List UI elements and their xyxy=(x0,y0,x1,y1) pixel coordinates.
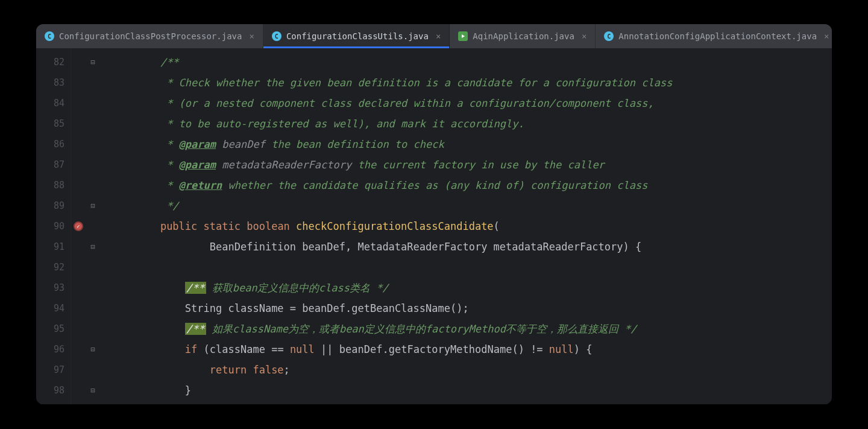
close-icon[interactable]: × xyxy=(822,31,831,41)
breakpoint-slot[interactable] xyxy=(71,52,86,72)
tab-label: ConfigurationClassUtils.java xyxy=(286,31,429,41)
code-line[interactable]: * @param beanDef the bean definition to … xyxy=(111,134,832,154)
fold-slot[interactable]: ⊟ xyxy=(86,195,100,216)
fold-slot[interactable] xyxy=(86,154,100,175)
code-line[interactable] xyxy=(111,257,832,278)
tab-annotationconfigapplicationcontext-java[interactable]: CAnnotationConfigApplicationContext.java… xyxy=(596,24,832,48)
fold-slot[interactable]: ⊟ xyxy=(86,237,100,257)
fold-gutter[interactable]: ⊟⊟⊟⊟⊟ xyxy=(86,48,100,404)
token-brace: { xyxy=(586,343,592,355)
tab-aqinapplication-java[interactable]: AqinApplication.java× xyxy=(450,24,596,48)
code-area[interactable]: /** * Check whether the given bean defin… xyxy=(100,48,832,404)
code-line[interactable]: * to be auto-registered as well), and ma… xyxy=(111,113,832,134)
tab-configurationclassutils-java[interactable]: CConfigurationClassUtils.java× xyxy=(263,24,450,48)
tab-configurationclasspostprocessor-java[interactable]: CConfigurationClassPostProcessor.java× xyxy=(36,24,263,48)
token-comment: * xyxy=(160,159,179,171)
token-comment: whether the candidate qualifies as (any … xyxy=(222,179,647,191)
fold-toggle-icon[interactable]: ⊟ xyxy=(90,58,95,66)
code-line[interactable]: return false; xyxy=(111,360,832,380)
token-brace: { xyxy=(635,241,641,253)
breakpoint-slot[interactable] xyxy=(71,380,86,401)
token-punct: ( xyxy=(494,220,500,232)
breakpoint-slot[interactable] xyxy=(71,237,86,257)
fold-slot[interactable] xyxy=(86,319,100,339)
fold-toggle-icon[interactable]: ⊟ xyxy=(90,243,95,251)
close-icon[interactable]: × xyxy=(433,31,443,41)
fold-slot[interactable] xyxy=(86,298,100,319)
code-line[interactable]: String className = beanDef.getBeanClassN… xyxy=(111,298,832,319)
token-comment: /** xyxy=(160,56,179,68)
fold-slot[interactable] xyxy=(86,278,100,298)
fold-slot[interactable] xyxy=(86,134,100,154)
line-number: 85 xyxy=(36,113,64,134)
token-docstart: /** xyxy=(185,323,206,335)
breakpoint-slot[interactable] xyxy=(71,360,86,380)
token-comment: * to be auto-registered as well), and ma… xyxy=(160,118,524,130)
line-number: 92 xyxy=(36,257,64,278)
breakpoint-icon[interactable] xyxy=(74,221,83,231)
token-comment: the current factory in use by the caller xyxy=(351,159,605,171)
breakpoint-slot[interactable] xyxy=(71,278,86,298)
breakpoint-slot[interactable] xyxy=(71,195,86,216)
token-punct: . xyxy=(345,302,351,314)
code-line[interactable]: BeanDefinition beanDef, MetadataReaderFa… xyxy=(111,237,832,257)
line-number: 84 xyxy=(36,93,64,113)
breakpoint-slot[interactable] xyxy=(71,113,86,134)
code-line[interactable]: /** xyxy=(111,52,832,72)
token-punct: = xyxy=(284,302,303,314)
close-icon[interactable]: × xyxy=(247,31,256,41)
fold-toggle-icon[interactable]: ⊟ xyxy=(90,345,95,354)
code-line[interactable]: */ xyxy=(111,195,832,216)
fold-slot[interactable] xyxy=(86,360,100,380)
token-type: className xyxy=(228,302,283,314)
code-line[interactable]: /** 如果className为空，或者bean定义信息中的factoryMet… xyxy=(111,319,832,339)
breakpoint-slot[interactable] xyxy=(71,257,86,278)
token-comment-zh: 获取bean定义信息中的class类名 */ xyxy=(206,282,389,294)
breakpoint-slot[interactable] xyxy=(71,339,86,360)
code-line[interactable]: public static boolean checkConfiguration… xyxy=(111,216,832,237)
fold-slot[interactable] xyxy=(86,93,100,113)
code-line[interactable]: if (className == null || beanDef.getFact… xyxy=(111,339,832,360)
class-file-icon: C xyxy=(45,31,54,41)
code-line[interactable]: * (or a nested component class declared … xyxy=(111,93,832,113)
breakpoint-slot[interactable] xyxy=(71,93,86,113)
token-punct: (); xyxy=(450,302,469,314)
fold-toggle-icon[interactable]: ⊟ xyxy=(90,386,95,395)
token-comment: * (or a nested component class declared … xyxy=(160,97,654,109)
token-doc-param-name: beanDef xyxy=(222,138,265,150)
fold-slot[interactable] xyxy=(86,216,100,237)
token-keyword: if xyxy=(185,343,204,355)
close-icon[interactable]: × xyxy=(579,31,589,41)
fold-slot[interactable] xyxy=(86,72,100,93)
code-line[interactable]: * Check whether the given bean definitio… xyxy=(111,72,832,93)
code-line[interactable]: /** 获取bean定义信息中的class类名 */ xyxy=(111,278,832,298)
breakpoint-slot[interactable] xyxy=(71,72,86,93)
fold-slot[interactable] xyxy=(86,113,100,134)
code-line[interactable]: * @param metadataReaderFactory the curre… xyxy=(111,154,832,175)
fold-slot[interactable] xyxy=(86,175,100,195)
token-comment: the bean definition to check xyxy=(265,138,444,150)
breakpoint-slot[interactable] xyxy=(71,175,86,195)
token-type: beanDef xyxy=(302,241,345,253)
fold-slot[interactable] xyxy=(86,257,100,278)
line-number: 96 xyxy=(36,339,64,360)
breakpoint-slot[interactable] xyxy=(71,319,86,339)
tab-bar: CConfigurationClassPostProcessor.java×CC… xyxy=(36,24,832,48)
fold-slot[interactable]: ⊟ xyxy=(86,339,100,360)
breakpoint-slot[interactable] xyxy=(71,298,86,319)
line-number: 82 xyxy=(36,52,64,72)
breakpoint-slot[interactable] xyxy=(71,154,86,175)
line-number: 95 xyxy=(36,319,64,339)
fold-slot[interactable]: ⊟ xyxy=(86,52,100,72)
breakpoint-slot[interactable] xyxy=(71,134,86,154)
token-methodcall: getFactoryMethodName xyxy=(389,343,512,355)
fold-toggle-icon[interactable]: ⊟ xyxy=(90,202,95,210)
breakpoint-gutter[interactable] xyxy=(71,48,86,404)
code-line[interactable]: } xyxy=(111,380,832,401)
token-doctag: @return xyxy=(179,179,222,191)
class-file-icon: C xyxy=(604,31,614,41)
token-type: String xyxy=(185,302,228,314)
fold-slot[interactable]: ⊟ xyxy=(86,380,100,401)
breakpoint-slot[interactable] xyxy=(71,216,86,237)
code-line[interactable]: * @return whether the candidate qualifie… xyxy=(111,175,832,195)
